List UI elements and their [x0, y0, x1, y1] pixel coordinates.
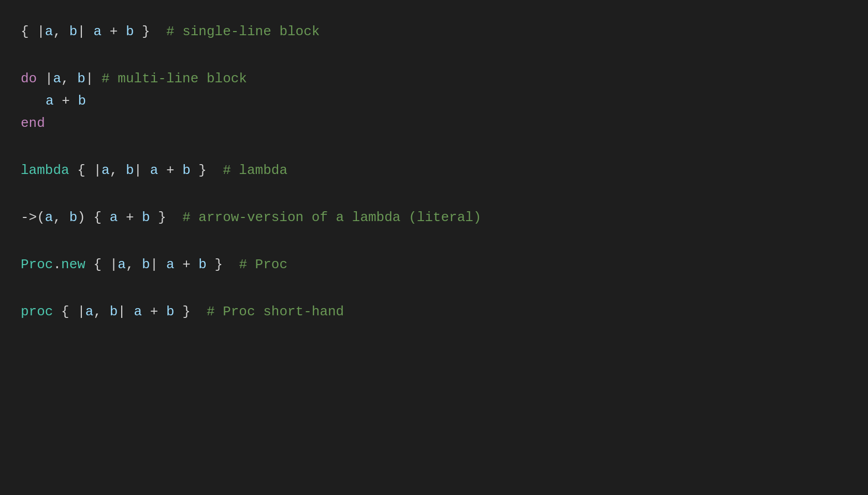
comma3: ,	[110, 161, 126, 181]
var-b7: b	[142, 255, 150, 275]
var-a7: a	[118, 255, 126, 275]
brace3: }	[150, 208, 166, 228]
comment-lambda: # lambda	[207, 161, 287, 181]
brace-close: }	[134, 22, 150, 42]
section-proc-new: Proc.new { |a, b| a + b } # Proc	[21, 254, 847, 276]
comment-arrow2: a lambda (literal)	[328, 208, 481, 228]
comma6: ,	[93, 302, 109, 322]
comment-multi: # multi-line block	[93, 69, 247, 89]
line-proc-new: Proc.new { |a, b| a + b } # Proc	[21, 254, 847, 276]
class-proc: Proc	[21, 255, 53, 275]
code-display: { |a, b| a + b } # single-line block do …	[21, 21, 847, 348]
pipe8: |	[118, 302, 126, 322]
var-b3: b	[78, 91, 86, 111]
var-a4: a	[102, 161, 110, 181]
line-arrow: ->(a, b) { a + b } # arrow-version of a …	[21, 207, 847, 229]
var-a3: a	[46, 91, 54, 111]
section-proc-shorthand: proc { |a, b| a + b } # Proc short-hand	[21, 301, 847, 323]
space-a: a	[85, 22, 102, 42]
pipe6: |	[150, 255, 158, 275]
space	[37, 69, 45, 89]
keyword-proc: proc	[21, 302, 53, 322]
plus6: +	[142, 302, 166, 322]
var-b8: b	[110, 302, 118, 322]
section-single-line-block: { |a, b| a + b } # single-line block	[21, 21, 847, 43]
pipe7: |	[77, 302, 85, 322]
pipe5: |	[110, 255, 118, 275]
var-b2: b	[77, 69, 85, 89]
plus5: +	[175, 255, 199, 275]
a-val3: a	[158, 255, 174, 275]
method-new: new	[61, 255, 85, 275]
a-val4: a	[126, 302, 142, 322]
brace4: }	[207, 255, 223, 275]
comment-arrow: # arrow-version	[166, 208, 312, 228]
line-single-line-block: { |a, b| a + b } # single-line block	[21, 21, 847, 43]
a-val2: a	[142, 161, 158, 181]
pipe1: |	[37, 22, 45, 42]
var-a2: a	[53, 69, 61, 89]
section-lambda: lambda { |a, b| a + b } # lambda	[21, 159, 847, 182]
var-a6: a	[110, 208, 118, 228]
var-b6: b	[142, 208, 150, 228]
arrow-syntax: ->(	[21, 208, 45, 228]
plus3: +	[158, 161, 182, 181]
var-b4: b	[126, 161, 134, 181]
line-body: a + b	[21, 90, 847, 112]
brace2: }	[191, 161, 207, 181]
plus4: +	[118, 208, 142, 228]
line-end: end	[21, 112, 847, 135]
comma2: ,	[61, 69, 77, 89]
b-val3: b	[198, 255, 207, 275]
line-proc: proc { |a, b| a + b } # Proc short-hand	[21, 301, 847, 323]
line-do: do |a, b| # multi-line block	[21, 68, 847, 90]
var-a8: a	[85, 302, 94, 322]
section-arrow-lambda: ->(a, b) { a + b } # arrow-version of a …	[21, 207, 847, 229]
space3: {	[85, 255, 110, 275]
comment-proc: # Proc short-hand	[191, 302, 344, 322]
comma5: ,	[126, 255, 142, 275]
pipe3: |	[93, 161, 102, 181]
comment-proc-new: # Proc	[223, 255, 287, 275]
comma4: ,	[53, 208, 69, 228]
comment-single: # single-line block	[150, 22, 320, 42]
b-val2: b	[182, 161, 191, 181]
of-text: of	[312, 208, 328, 228]
pipe4: |	[134, 161, 142, 181]
b-val: b	[126, 22, 134, 42]
plus: +	[102, 22, 126, 42]
line-lambda: lambda { |a, b| a + b } # lambda	[21, 159, 847, 182]
var-b: b	[69, 22, 78, 42]
dot: .	[53, 255, 61, 275]
plus2: +	[54, 91, 78, 111]
brace-open: {	[21, 22, 37, 42]
keyword-end: end	[21, 113, 45, 134]
keyword-do: do	[21, 69, 37, 89]
space4: {	[53, 302, 77, 322]
b-val4: b	[166, 302, 175, 322]
pipe2: |	[77, 22, 85, 42]
var-b5: b	[69, 208, 78, 228]
section-multi-line-block: do |a, b| # multi-line block a + b end	[21, 68, 847, 135]
comma: ,	[53, 22, 69, 42]
var-a: a	[45, 22, 53, 42]
brace5: }	[175, 302, 191, 322]
keyword-lambda: lambda	[21, 161, 69, 181]
pipe-close: |	[85, 69, 94, 89]
var-a5: a	[45, 208, 53, 228]
pipe-open: |	[45, 69, 53, 89]
space2: {	[69, 161, 94, 181]
paren-brace: ) {	[77, 208, 109, 228]
